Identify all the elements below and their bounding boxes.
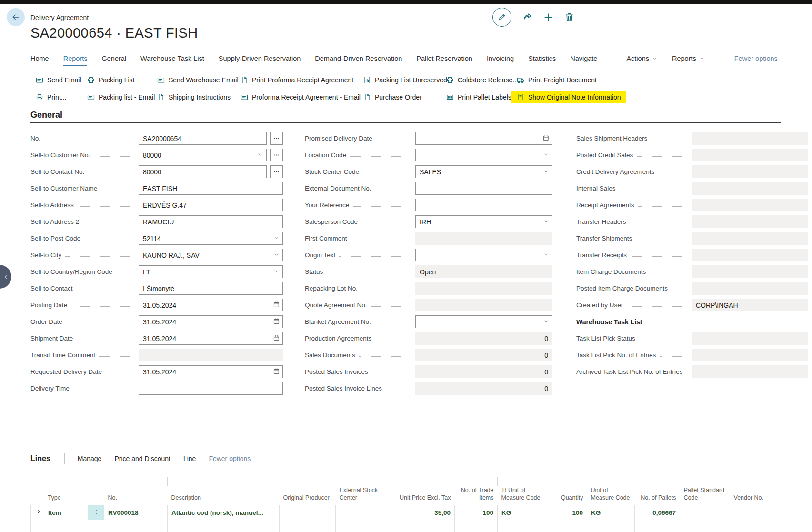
field-combobox-sell-to-customer-no[interactable]: 80000 [139,149,267,161]
col-header-unit_of_measure_code[interactable]: Unit of Measure Code [587,486,635,505]
cell-original_producer[interactable] [280,520,336,532]
tab-statistics[interactable]: Statistics [528,55,556,66]
col-header-original_producer[interactable]: Original Producer [280,486,336,505]
cell-original_producer[interactable] [280,505,336,520]
cell-unit_of_measure_code[interactable]: KG [587,505,635,520]
col-header-description[interactable]: Description [168,486,280,505]
action-shipping-instructions[interactable]: Shipping Instructions [157,93,231,101]
field-input-delivery-time[interactable] [139,382,283,395]
action-packing-list[interactable]: Packing List [87,76,134,84]
cell-ti_unit_of_measure_code[interactable]: KG [498,505,545,520]
cell-description[interactable]: Atlantic cod (norsk), manuel... [168,505,280,520]
cell-type[interactable] [44,520,88,532]
calendar-icon[interactable] [273,335,280,341]
tab-warehouse-task-list[interactable]: Warehouse Task List [140,55,204,66]
field-input-sell-to-address-2[interactable]: RAMUCIU [139,215,283,228]
action-send-email[interactable]: Send Email [36,76,81,84]
col-header-no_of_trade_items[interactable]: No. of Trade Items [455,486,498,505]
action-print-pallet-labels[interactable]: Print Pallet Labels [446,93,511,101]
back-button[interactable] [7,8,25,26]
cell-ti_unit_of_measure_code[interactable] [498,520,545,532]
action-packing-list-unreserved[interactable]: Packing List Unreserved [363,76,447,84]
cell-vendor_no[interactable] [730,505,812,520]
lines-menu-manage[interactable]: Manage [78,455,102,462]
cell-no_of_pallets[interactable] [635,520,680,532]
action-proforma-receipt-agreement-email[interactable]: Proforma Receipt Agreement - Email [241,93,361,101]
assist-edit-button[interactable] [270,149,283,161]
field-combobox-sell-to-city[interactable]: KAUNO RAJ., SAV [139,249,283,261]
field-drilldown-production-agreements[interactable]: 0 [415,332,552,345]
menu-reports[interactable]: Reports [672,55,705,66]
cell-pallet_standard_code[interactable] [680,520,730,532]
field-combobox-salesperson-code[interactable]: IRH [415,215,552,228]
field-input-your-reference[interactable] [415,199,552,211]
field-combobox-blanket-agreement-no[interactable] [415,315,552,328]
tab-navigate[interactable]: Navigate [570,55,597,66]
delete-button[interactable] [564,12,574,22]
field-datepicker-shipment-date[interactable]: 31.05.2024 [139,332,283,345]
assist-edit-button[interactable] [270,165,283,178]
field-input-sell-to-customer-name[interactable]: EAST FISH [139,182,283,195]
cell-no[interactable] [104,520,168,532]
cell-description[interactable] [168,520,280,532]
field-combobox-stock-center-code[interactable]: SALES [415,165,552,178]
field-input-sell-to-contact[interactable]: I Šimonytė [139,282,283,295]
action-print-freight-document[interactable]: Print Freight Document [517,76,597,84]
action-purchase-order[interactable]: Purchase Order [363,93,422,101]
tab-home[interactable]: Home [30,55,49,66]
col-header-pallet_standard_code[interactable]: Pallet Standard Code [680,486,730,505]
cell-type[interactable]: Item [44,505,88,520]
col-header-unit_price_excl_tax[interactable]: Unit Price Excl. Tax [395,486,455,505]
col-header-arrow[interactable] [31,486,44,505]
cell-external_stock_center[interactable] [336,505,395,520]
action-send-warehouse-email[interactable]: Send Warehouse Email [157,76,239,84]
field-datepicker-order-date[interactable]: 31.05.2024 [139,315,283,328]
action-show-original-note-information[interactable]: Show Original Note Information [511,91,626,103]
field-datepicker-posting-date[interactable]: 31.05.2024 [139,299,283,311]
field-input-sell-to-address[interactable]: ERDVÉS G.47 [139,199,283,211]
calendar-icon[interactable] [273,318,280,324]
field-datepicker-promised-delivery-date[interactable] [415,132,552,145]
field-drilldown-sales-documents[interactable]: 0 [415,349,552,361]
cell-handle[interactable] [88,520,104,532]
lines-menu-price-and-discount[interactable]: Price and Discount [114,455,170,462]
lines-fewer-options[interactable]: Fewer options [209,455,251,462]
action-packing-list-email[interactable]: Packing list - Email [87,93,155,101]
col-header-ti_unit_of_measure_code[interactable]: TI Unit of Measure Code [498,486,545,505]
menu-actions[interactable]: Actions [626,55,658,66]
col-header-handle[interactable] [88,486,104,505]
cell-vendor_no[interactable] [730,520,812,532]
field-drilldown-posted-sales-invoice-lines[interactable]: 0 [415,382,552,395]
col-header-quantity[interactable]: Quantity [545,486,587,505]
field-input-sell-to-contact-no[interactable]: 80000 [139,165,267,178]
cell-no_of_trade_items[interactable]: 100 [455,505,498,520]
field-combobox-sell-to-post-code[interactable]: 52114 [139,232,283,245]
cell-unit_price_excl_tax[interactable] [395,520,455,532]
row-grip-handle[interactable] [88,505,104,520]
expand-factbox-button[interactable] [0,265,11,289]
field-input-no[interactable]: SA20000654 [139,132,267,145]
cell-quantity[interactable]: 100 [545,505,587,520]
field-combobox-location-code[interactable] [415,149,552,161]
cell-external_stock_center[interactable] [336,520,395,532]
calendar-icon[interactable] [543,135,549,141]
field-datepicker-requested-delivery-date[interactable]: 31.05.2024 [139,365,283,378]
assist-edit-button[interactable] [270,132,283,145]
col-header-no[interactable]: No. [104,486,168,505]
tab-reports[interactable]: Reports [63,55,88,66]
cell-pallet_standard_code[interactable] [680,505,730,520]
action-coldstore-release[interactable]: Coldstore Release... [446,76,518,84]
cell-no[interactable]: RV000018 [104,505,168,520]
col-header-no_of_pallets[interactable]: No. of Pallets [635,486,680,505]
ribbon-fewer-options[interactable]: Fewer options [734,55,778,66]
col-header-external_stock_center[interactable]: External Stock Center [336,486,395,505]
calendar-icon[interactable] [273,301,280,308]
tab-supply-driven-reservation[interactable]: Supply-Driven Reservation [219,55,301,66]
tab-invoicing[interactable]: Invoicing [487,55,514,66]
field-input-external-document-no[interactable] [415,182,552,195]
tab-general[interactable]: General [101,55,126,66]
tab-demand-driven-reservation[interactable]: Demand-Driven Reservation [315,55,402,66]
lines-menu-line[interactable]: Line [183,455,196,462]
field-drilldown-posted-sales-invoices[interactable]: 0 [415,365,552,378]
cell-unit_price_excl_tax[interactable]: 35,00 [395,505,455,520]
